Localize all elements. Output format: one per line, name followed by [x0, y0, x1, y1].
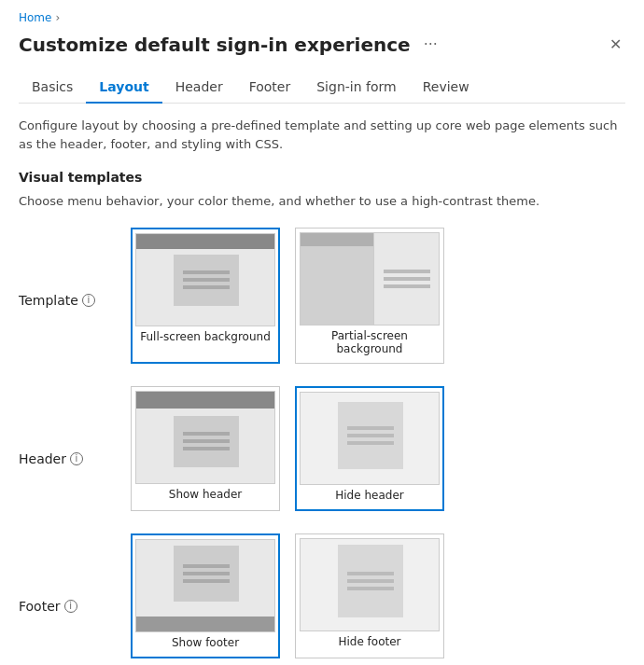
preview-right-panel: [373, 233, 439, 325]
visual-templates-desc: Choose menu behavior, your color theme, …: [19, 192, 625, 211]
header-option-group: Header i Show header: [19, 386, 625, 511]
footer-option-group: Footer i Show footer: [19, 533, 625, 658]
page-title: Customize default sign-in experience: [19, 34, 411, 56]
template-options-row: Full-screen background Partial-screen ba…: [131, 228, 444, 364]
tab-layout[interactable]: Layout: [86, 72, 161, 104]
more-options-icon[interactable]: ···: [418, 34, 443, 55]
footer-option-show[interactable]: Show footer: [131, 533, 280, 658]
preview-show-header: [135, 391, 275, 484]
page-title-row: Customize default sign-in experience ···: [19, 34, 443, 56]
template-fullscreen-label: Full-screen background: [140, 330, 271, 347]
template-partial-label: Partial-screen background: [300, 329, 440, 359]
preview-h-card: [174, 416, 239, 467]
preview-hide-footer: [300, 538, 440, 631]
tabs-container: Basics Layout Header Footer Sign-in form…: [19, 72, 625, 104]
tab-signin-form[interactable]: Sign-in form: [303, 72, 409, 104]
header-option-hide[interactable]: Hide header: [295, 386, 444, 511]
template-label: Template i: [19, 228, 131, 308]
tab-review[interactable]: Review: [410, 72, 483, 104]
tab-header[interactable]: Header: [162, 72, 236, 104]
tab-footer[interactable]: Footer: [236, 72, 304, 104]
footer-options-row: Show footer Hide footer: [131, 533, 444, 658]
visual-templates-title: Visual templates: [19, 170, 625, 185]
header-option-show[interactable]: Show header: [131, 386, 280, 511]
template-option-fullscreen[interactable]: Full-screen background: [131, 228, 280, 364]
preview-hh-card: [338, 402, 403, 469]
tab-basics[interactable]: Basics: [19, 72, 86, 104]
footer-show-label: Show footer: [172, 636, 239, 653]
preview-show-footer: [135, 539, 275, 632]
template-option-partial[interactable]: Partial-screen background: [295, 228, 444, 364]
preview-sf-card: [174, 546, 239, 602]
footer-option-hide[interactable]: Hide footer: [295, 533, 444, 658]
preview-header-bar: [136, 234, 274, 249]
footer-hide-label: Hide footer: [338, 635, 400, 652]
preview-card-box: [174, 255, 239, 306]
breadcrumb-home[interactable]: Home: [19, 11, 51, 24]
footer-label: Footer i: [19, 533, 131, 614]
template-option-group: Template i Full-screen background: [19, 228, 625, 364]
preview-fullscreen: [135, 233, 275, 326]
header-show-label: Show header: [169, 488, 242, 505]
header-options-row: Show header Hide header: [131, 386, 444, 511]
header-info-icon[interactable]: i: [70, 452, 83, 465]
preview-hide-header: [300, 392, 440, 485]
close-button[interactable]: ✕: [606, 32, 625, 57]
template-info-icon[interactable]: i: [82, 294, 95, 307]
breadcrumb-separator: ›: [55, 11, 60, 24]
preview-sf-footer: [136, 617, 274, 631]
layout-description: Configure layout by choosing a pre-defin…: [19, 117, 625, 153]
preview-h-bar: [136, 392, 274, 409]
breadcrumb: Home ›: [19, 11, 625, 24]
footer-info-icon[interactable]: i: [64, 600, 77, 613]
page-header: Customize default sign-in experience ···…: [19, 32, 625, 57]
header-label: Header i: [19, 386, 131, 466]
header-hide-label: Hide header: [335, 489, 403, 506]
preview-partial: [300, 232, 440, 326]
preview-hf-card: [338, 545, 403, 617]
